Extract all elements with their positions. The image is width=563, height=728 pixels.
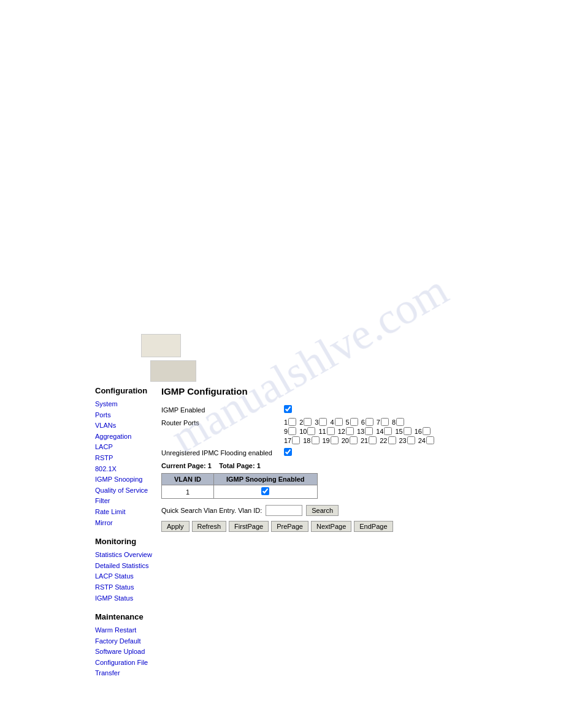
router-ports-label: Router Ports [161,418,284,427]
refresh-button[interactable]: Refresh [192,521,227,532]
port-13-checkbox[interactable] [365,427,373,435]
port-21-checkbox[interactable] [369,436,377,444]
port-15: 15 [395,427,411,435]
port-6-checkbox[interactable] [366,418,373,426]
port-row-3: 17 18 19 20 21 22 23 24 [284,436,554,444]
port-9-checkbox[interactable] [288,427,296,435]
sidebar-item-igmp-status[interactable]: IGMP Status [95,593,159,604]
port-2-checkbox[interactable] [304,418,312,426]
sidebar-item-aggregation[interactable]: Aggregation [95,431,159,442]
router-ports-row: Router Ports 1 2 3 4 5 6 7 8 [161,418,554,444]
igmp-enabled-value [284,405,554,414]
flooding-checkbox[interactable] [284,448,292,456]
action-buttons: Apply Refresh FirstPage PrePage NextPage… [161,521,554,532]
port-4: 4 [330,418,342,426]
port-20-checkbox[interactable] [350,436,358,444]
port-10-checkbox[interactable] [307,427,315,435]
sidebar-item-config-file-transfer[interactable]: Configuration File Transfer [95,658,159,679]
port-3: 3 [315,418,327,426]
port-21: 21 [361,436,377,444]
sidebar-item-system[interactable]: System [95,399,159,410]
port-20: 20 [342,436,358,444]
port-8-checkbox[interactable] [396,418,404,426]
first-page-button[interactable]: FirstPage [229,521,269,532]
sidebar-item-rstp[interactable]: RSTP [95,453,159,464]
sidebar-item-lacp[interactable]: LACP [95,442,159,453]
sidebar-item-qos[interactable]: Quality of Service [95,485,159,496]
port-3-checkbox[interactable] [319,418,327,426]
sidebar-item-rstp-status[interactable]: RSTP Status [95,582,159,593]
port-23-checkbox[interactable] [407,436,415,444]
port-4-checkbox[interactable] [335,418,343,426]
flooding-label: Unregistered IPMC Flooding enabled [161,449,284,457]
sidebar-item-8021x[interactable]: 802.1X [95,464,159,475]
port-18-checkbox[interactable] [312,436,320,444]
row-igmp-checkbox[interactable] [261,487,269,495]
port-17-checkbox[interactable] [292,436,300,444]
sidebar-item-detailed-statistics[interactable]: Detailed Statistics [95,561,159,572]
port-12-checkbox[interactable] [346,427,354,435]
sidebar-item-lacp-status[interactable]: LACP Status [95,571,159,582]
sidebar-item-mirror[interactable]: Mirror [95,518,159,529]
sidebar-item-filter[interactable]: Filter [95,496,159,507]
next-page-button[interactable]: NextPage [311,521,351,532]
port-24-checkbox[interactable] [426,436,434,444]
port-24: 24 [418,436,434,444]
igmp-enabled-checkbox[interactable] [284,405,292,413]
port-11: 11 [318,427,334,435]
port-15-checkbox[interactable] [404,427,412,435]
port-14: 14 [376,427,392,435]
sidebar-item-ports[interactable]: Ports [95,410,159,421]
port-5: 5 [346,418,358,426]
quick-search-label: Quick Search Vlan Entry. Vlan ID: [161,507,262,514]
monitoring-section-title: Monitoring [95,537,159,546]
port-16: 16 [415,427,431,435]
col-igmp-snooping: IGMP Snooping Enabled [214,474,318,485]
port-22-checkbox[interactable] [388,436,396,444]
pre-page-button[interactable]: PrePage [271,521,308,532]
port-5-checkbox[interactable] [350,418,358,426]
port-1-checkbox[interactable] [288,418,296,426]
sidebar-item-rate-limit[interactable]: Rate Limit [95,507,159,518]
total-page-label: Total Page: [219,462,255,469]
apply-button[interactable]: Apply [161,521,190,532]
port-16-checkbox[interactable] [423,427,431,435]
sidebar-item-statistics-overview[interactable]: Statistics Overview [95,550,159,561]
igmp-enabled-row: IGMP Enabled [161,405,554,414]
port-6: 6 [361,418,373,426]
end-page-button[interactable]: EndPage [354,521,393,532]
sidebar-item-factory-default[interactable]: Factory Default [95,636,159,647]
port-22: 22 [380,436,396,444]
top-image-1 [141,334,181,357]
sidebar-item-vlans[interactable]: VLANs [95,420,159,431]
sidebar-item-software-upload[interactable]: Software Upload [95,646,159,658]
monitoring-links: Statistics Overview Detailed Statistics … [95,550,159,604]
port-12: 12 [338,427,354,435]
port-14-checkbox[interactable] [384,427,392,435]
col-vlan-id: VLAN ID [162,474,214,485]
top-image-2 [150,360,196,382]
sidebar: Configuration System Ports VLANs Aggrega… [95,386,159,688]
port-17: 17 [284,436,300,444]
port-11-checkbox[interactable] [327,427,335,435]
router-ports-value: 1 2 3 4 5 6 7 8 9 10 11 [284,418,554,444]
port-13: 13 [357,427,373,435]
port-row-1: 1 2 3 4 5 6 7 8 [284,418,554,426]
total-page-value: 1 [257,462,261,469]
table-row: 1 [162,485,318,499]
port-7-checkbox[interactable] [381,418,389,426]
port-19-checkbox[interactable] [331,436,339,444]
page-info: Current Page: 1 Total Page: 1 [161,462,554,469]
port-18: 18 [303,436,319,444]
igmp-enabled-label: IGMP Enabled [161,405,284,414]
search-button[interactable]: Search [306,505,339,516]
current-page-label: Current Page: [161,462,206,469]
igmp-snooping-cell [214,485,318,499]
sidebar-item-warm-restart[interactable]: Warm Restart [95,625,159,636]
flooding-row: Unregistered IPMC Flooding enabled [161,448,554,457]
quick-search-row: Quick Search Vlan Entry. Vlan ID: Search [161,505,554,516]
port-1: 1 [284,418,296,426]
vlan-search-input[interactable] [266,505,302,516]
sidebar-item-igmp-snooping[interactable]: IGMP Snooping [95,474,159,485]
vlan-id-cell: 1 [162,485,214,499]
